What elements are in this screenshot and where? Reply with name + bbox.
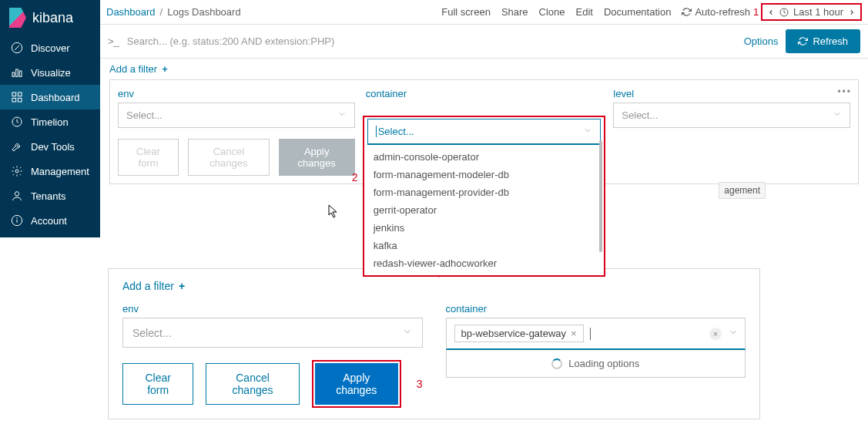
dropdown-item[interactable]: redash-viewer-adhocworker [364,254,605,272]
edit-link[interactable]: Edit [576,6,593,18]
crumb-sep: / [160,6,163,18]
dropdown-item[interactable]: jenkins [364,219,605,237]
cursor-caret [590,328,591,340]
annotation-1: 1 [753,6,759,18]
env-select[interactable]: Select... [118,103,355,128]
dropdown-list: admin-console-operator form-management-m… [364,145,605,275]
chevron-down-icon [728,327,739,341]
nav-visualize[interactable]: Visualize [0,60,100,85]
spinner-icon [551,358,562,369]
svg-rect-6 [18,93,22,96]
add-filter-link[interactable]: Add a filter + [100,59,868,79]
svg-point-11 [15,192,18,196]
dropdown-item[interactable]: admin-console-operator [364,148,605,166]
time-label: Last 1 hour [793,6,843,18]
topbar: Dashboard / Logs Dashboard Full screen S… [100,0,868,25]
dropdown-item[interactable]: form-management-modeler-db [364,166,605,183]
svg-rect-7 [12,98,16,102]
nav-account[interactable]: Account [0,208,100,233]
env-select-2[interactable]: Select... [122,318,423,348]
logo[interactable]: kibana [0,0,100,35]
add-filter-link-2[interactable]: Add a filter + [122,280,746,292]
plus-icon: + [179,280,185,292]
loading-options: Loading options [446,350,746,378]
clear-form-button[interactable]: Clear form [118,139,179,176]
nav-label: Management [31,166,89,177]
chevron-right-icon[interactable] [848,8,856,16]
level-label: level [613,88,850,99]
apply-changes-button-2[interactable]: Apply changes [315,363,398,405]
fullscreen-link[interactable]: Full screen [441,6,491,18]
nav-timelion[interactable]: Timelion [0,109,100,134]
dashboard-icon [11,91,23,103]
nav-devtools[interactable]: Dev Tools [0,134,100,159]
nav-label: Dashboard [31,92,80,103]
svg-rect-8 [18,98,22,102]
svg-point-10 [15,170,18,173]
nav-label: Discover [31,42,70,54]
selected-chip: bp-webservice-gateway × [454,325,584,342]
crumb-current: Logs Dashboard [167,6,240,18]
level-select[interactable]: Select... [613,103,850,128]
clone-link[interactable]: Clone [539,6,565,18]
svg-rect-4 [19,71,22,76]
clock-icon [779,8,789,17]
crumb-dashboard[interactable]: Dashboard [106,6,156,18]
nav-label: Timelion [31,116,69,128]
svg-rect-2 [12,72,15,76]
svg-rect-3 [16,69,18,76]
nav-management[interactable]: Management [0,159,100,183]
logo-text: kibana [32,10,73,26]
container-select-2[interactable]: bp-webservice-gateway × × [446,318,746,350]
container-label-2: container [446,303,746,315]
nav-label: Dev Tools [31,141,75,153]
container-control: container 2 Select... admin-console-oper… [366,88,603,103]
chevron-left-icon[interactable] [767,8,775,16]
clear-form-button-2[interactable]: Clear form [122,363,193,405]
options-link[interactable]: Options [744,35,779,47]
dropdown-item[interactable]: form-management-provider-db [364,183,605,201]
nav-label: Visualize [31,67,71,79]
container-label: container [366,88,603,99]
management-tag: agement [719,182,766,199]
search-input[interactable]: Search... (e.g. status:200 AND extension… [127,35,736,47]
nav-discover[interactable]: Discover [0,35,100,60]
breadcrumb: Dashboard / Logs Dashboard [106,6,438,18]
chevron-down-icon [583,126,592,137]
clear-icon[interactable]: × [709,328,722,340]
cursor-icon [328,204,339,221]
nav-dashboard[interactable]: Dashboard [0,85,100,109]
time-picker[interactable]: 1 Last 1 hour [761,3,862,21]
nav-tenants[interactable]: Tenants [0,183,100,208]
chevron-down-icon [337,109,347,121]
apply-changes-button[interactable]: Apply changes [279,139,355,176]
dropdown-item[interactable]: gerrit-operator [364,201,605,219]
apply-highlight: Apply changes [312,360,401,408]
scrollbar[interactable] [599,140,602,252]
share-link[interactable]: Share [501,6,528,18]
auto-refresh[interactable]: Auto-refresh [682,6,750,18]
refresh-button[interactable]: Refresh [786,29,860,53]
refresh-icon [682,7,692,17]
compass-icon [11,42,23,54]
search-prefix: >_ [108,35,119,47]
container-select[interactable]: Select... [367,119,602,145]
sidebar: kibana Discover Visualize Dashboard Time… [0,0,100,237]
svg-point-14 [17,217,18,218]
documentation-link[interactable]: Documentation [604,6,671,18]
user-icon [11,190,23,202]
chevron-down-icon [402,326,413,339]
cancel-changes-button[interactable]: Cancel changes [188,139,269,176]
search-bar: >_ Search... (e.g. status:200 AND extens… [100,25,868,59]
wrench-icon [11,140,23,153]
nav-label: Tenants [31,190,66,202]
chip-remove-icon[interactable]: × [571,328,577,339]
container-dropdown: 2 Select... admin-console-operator form-… [363,116,606,277]
level-control: level Select... [613,88,850,128]
cancel-changes-button-2[interactable]: Cancel changes [206,363,299,405]
bottom-panel: Add a filter + env Select... Clear form … [108,268,760,419]
plus-icon: + [162,63,168,75]
bar-chart-icon [11,66,23,79]
dropdown-item[interactable]: kafka [364,237,605,254]
env-control-2: env Select... Clear form Cancel changes … [122,303,423,408]
